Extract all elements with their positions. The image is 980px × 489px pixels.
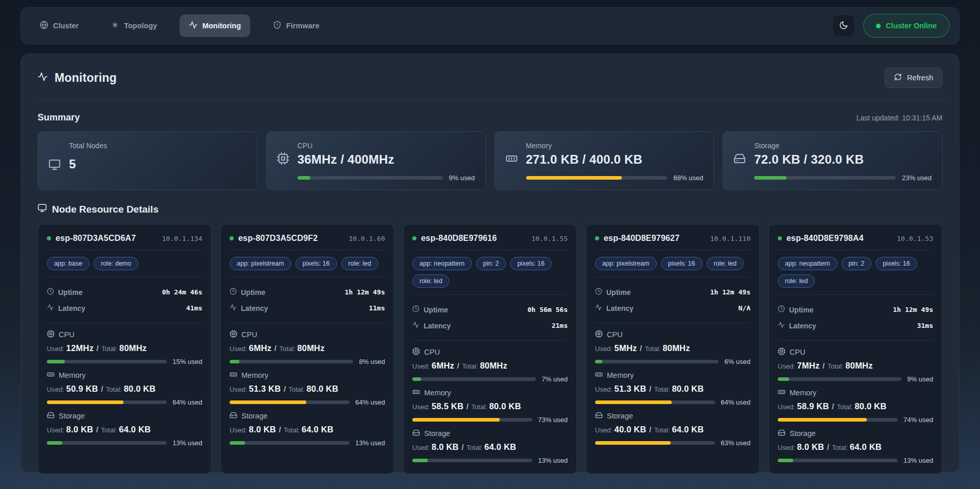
node-tag: app: neopattern [778, 257, 837, 270]
storage-metric: Storage Used: 8.0 KB / Total: 64.0 KB 13… [47, 411, 202, 447]
card-label: Total Nodes [69, 141, 247, 155]
last-updated-text: Last updated: 10:31:15 AM [856, 114, 942, 122]
uptime-value: 1h 12m 49s [345, 288, 385, 296]
uptime-value: 1h 12m 49s [710, 288, 750, 296]
memory-used-value: 51.3 KB [615, 384, 646, 393]
node-online-dot-icon [230, 236, 234, 240]
cpu-icon [595, 330, 603, 339]
node-card: esp-840D8E979616 10.0.1.55 app: neopatte… [403, 224, 577, 474]
summary-card-memory: Memory 271.0 KB / 400.0 KB 68% used [495, 131, 714, 190]
status-dot-icon [876, 24, 881, 28]
node-ip: 10.0.1.53 [897, 235, 933, 242]
node-tag: pixels: 16 [661, 257, 703, 270]
node-tag: role: led [412, 274, 449, 288]
storage-used-value: 40.0 KB [615, 425, 646, 434]
divider [47, 250, 202, 250]
activity-icon [189, 21, 198, 31]
node-tags: app: baserole: demo [47, 257, 202, 270]
progress-bar [778, 418, 898, 422]
activity-icon [47, 304, 54, 312]
node-tag: pin: 2 [476, 257, 506, 270]
cpu-used-value: 5MHz [615, 343, 637, 353]
node-name: esp-807D3A5CD6A7 [56, 234, 136, 243]
node-online-dot-icon [412, 236, 416, 240]
uptime-row: Uptime 1h 12m 49s [595, 284, 750, 300]
clock-icon [778, 305, 785, 314]
card-value: 271.0 KB / 400.0 KB [526, 151, 704, 168]
progress-bar [47, 441, 167, 445]
memory-icon [778, 388, 785, 397]
memory-total-value: 80.0 KB [124, 384, 155, 393]
summary-cards: Total Nodes 5 CPU 36MHz / 400MHz 9% used… [38, 131, 942, 190]
node-tags: app: pixelstreampixels: 16role: led [230, 257, 385, 270]
tab-cluster[interactable]: Cluster [30, 14, 88, 37]
percent-used-label: 8% used [359, 358, 385, 365]
divider [47, 277, 202, 277]
cpu-used-value: 6MHz [432, 361, 454, 370]
latency-label: Latency [241, 304, 268, 312]
cpu-total-value: 80MHz [845, 361, 872, 370]
clock-icon [230, 288, 237, 296]
divider [595, 250, 750, 250]
monitoring-panel: Monitoring Refresh Summary Last updated:… [21, 54, 959, 473]
cpu-used-value: 6MHz [249, 343, 272, 353]
refresh-button[interactable]: Refresh [885, 67, 942, 88]
latency-label: Latency [789, 322, 816, 330]
memory-icon [595, 371, 603, 380]
theme-toggle-button[interactable] [832, 14, 855, 37]
progress-bar [412, 459, 532, 462]
percent-used-label: 73% used [538, 416, 568, 424]
tab-firmware[interactable]: Firmware [264, 14, 328, 37]
cpu-total-value: 80MHz [480, 361, 507, 370]
percent-used-label: 13% used [355, 439, 385, 447]
percent-used-label: 7% used [541, 375, 568, 383]
divider [595, 277, 750, 277]
cpu-icon [778, 347, 785, 357]
summary-card-total-nodes: Total Nodes 5 [38, 131, 257, 190]
percent-used-label: 23% used [902, 174, 932, 182]
activity-icon [412, 321, 419, 330]
progress-bar [778, 459, 898, 462]
progress-bar [230, 360, 353, 363]
uptime-label: Uptime [606, 288, 631, 296]
divider [230, 323, 385, 323]
percent-used-label: 64% used [172, 398, 202, 406]
card-value: 5 [69, 155, 247, 177]
divider [778, 294, 933, 295]
node-tag: pixels: 16 [876, 257, 917, 270]
node-ip: 10.0.1.60 [349, 235, 385, 242]
memory-total-value: 80.0 KB [854, 401, 886, 411]
uptime-value: 0h 56m 56s [528, 306, 568, 313]
tab-label: Firmware [286, 22, 319, 30]
tab-topology[interactable]: Topology [101, 14, 166, 37]
node-tag: app: pixelstream [230, 257, 291, 270]
memory-icon [505, 152, 526, 167]
latency-label: Latency [58, 304, 85, 312]
memory-metric: Memory Used: 50.9 KB / Total: 80.0 KB 64… [47, 371, 202, 406]
node-name: esp-840D8E979616 [421, 234, 497, 243]
latency-row: Latency 31ms [778, 318, 933, 334]
cluster-status-badge[interactable]: Cluster Online [863, 14, 950, 38]
cpu-icon [412, 347, 420, 357]
uptime-row: Uptime 0h 24m 46s [47, 284, 202, 300]
percent-used-label: 13% used [172, 439, 202, 447]
divider [412, 340, 568, 341]
node-card: esp-840D8E9798A4 10.0.1.53 app: neopatte… [768, 224, 942, 474]
hard-drive-icon [412, 429, 420, 438]
activity-icon [38, 71, 48, 85]
storage-metric: Storage Used: 8.0 KB / Total: 64.0 KB 13… [230, 411, 385, 447]
memory-icon [47, 371, 55, 380]
progress-bar [754, 176, 896, 180]
hard-drive-icon [595, 411, 603, 421]
percent-used-label: 6% used [724, 358, 750, 365]
node-tag: pixels: 16 [295, 257, 337, 270]
latency-label: Latency [606, 304, 634, 312]
cpu-icon [47, 330, 55, 339]
node-tag: app: neopattern [412, 257, 472, 270]
topology-icon [111, 21, 119, 31]
node-online-dot-icon [778, 236, 782, 240]
storage-total-value: 64.0 KB [672, 425, 704, 434]
uptime-label: Uptime [789, 306, 813, 314]
tab-monitoring[interactable]: Monitoring [180, 14, 250, 37]
storage-metric: Storage Used: 40.0 KB / Total: 64.0 KB 6… [595, 411, 750, 447]
